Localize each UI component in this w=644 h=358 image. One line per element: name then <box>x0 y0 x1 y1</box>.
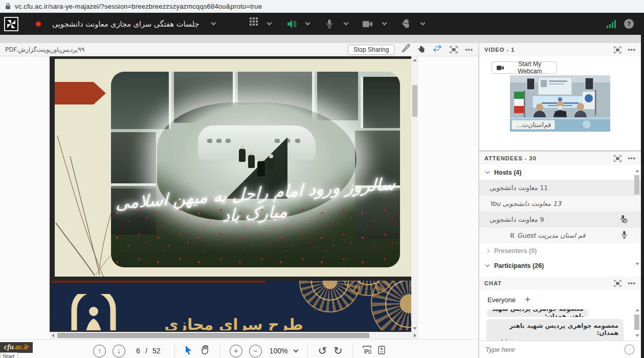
attendee-row[interactable]: دانشجوییمعاونت11 <box>479 180 641 196</box>
figure <box>248 155 255 168</box>
meeting-menu-chevron-icon[interactable] <box>211 20 216 26</box>
video-pod-title: VIDEO - 1 <box>484 47 515 53</box>
pdf-vertical-scrollbar[interactable] <box>411 56 418 332</box>
horizontal-scroll-thumb[interactable] <box>57 333 369 338</box>
pods-chevron-icon[interactable] <box>267 20 272 26</box>
raise-hand-icon[interactable] <box>399 17 413 31</box>
add-chat-tab-icon[interactable]: + <box>525 294 530 305</box>
stop-sharing-button[interactable]: Stop Sharing <box>348 45 394 55</box>
pinwheel-icon <box>6 19 16 29</box>
microphone-icon[interactable] <box>323 17 336 31</box>
scroll-up-icon[interactable] <box>634 167 641 174</box>
scroll-up-icon[interactable] <box>634 306 641 313</box>
webcam-icon[interactable] <box>361 17 374 31</box>
attendee-row-guest[interactable]: (( Guestمدیریتاستانقم <box>479 227 641 243</box>
webcam-video-tile[interactable]: …تاستانقم <box>510 75 610 132</box>
attendee-row-you[interactable]: Youدانشجوییمعاونت13 <box>479 196 641 212</box>
airplane-shape <box>198 125 316 160</box>
pdf-controls-bar: ↑ ↓ 6 / 52 + − 100% <box>0 339 478 358</box>
scroll-down-icon[interactable] <box>411 325 418 332</box>
scroll-down-icon[interactable] <box>634 332 641 339</box>
chat-message-partial: معصومه جواهری پردیس شهید باهنر همدان: <box>486 309 589 317</box>
attendees-pod: ATTENDEES - 30 ••• Hosts (4) دانشجوییمعا… <box>479 152 641 277</box>
chat-input[interactable] <box>485 346 603 353</box>
current-page[interactable]: 6 <box>136 347 140 355</box>
rotate-ccw-button[interactable]: ↺ <box>318 345 327 357</box>
video-pod: VIDEO - 1 ••• Start My Webcam <box>479 43 641 150</box>
slide-photo-collage: سالروز ورود امام راحل به میهن اسلامی مبا… <box>111 72 400 267</box>
microphone-blocked-icon[interactable] <box>619 215 628 225</box>
pods-grid-icon[interactable] <box>247 17 260 31</box>
hosts-group-header[interactable]: Hosts (4) <box>479 165 641 180</box>
attendee-name: Guestمدیریتاستانقم <box>516 231 586 239</box>
hand-chevron-icon[interactable] <box>420 20 425 26</box>
browser-address-bar[interactable]: vc.cfu.ac.ir/sara-ye-majazei/?session=br… <box>0 0 644 13</box>
zoom-in-button[interactable]: + <box>230 345 242 357</box>
attendee-name: دانشجوییمعاونت9 <box>488 216 545 223</box>
speaker-chevron-icon[interactable] <box>305 20 310 26</box>
attendees-pod-menu-icon[interactable]: ••• <box>628 155 636 162</box>
scroll-right-icon[interactable] <box>414 333 416 338</box>
shared-document-title: PDF.گزارشپاورپوینتپردیس۹۹ <box>5 46 84 53</box>
attendees-fullscreen-icon[interactable] <box>614 155 621 162</box>
pod-menu-icon[interactable]: ••• <box>465 46 473 53</box>
participants-group-header[interactable]: Participants (26) <box>479 258 641 273</box>
attendee-name: Youدانشجوییمعاونت13 <box>488 200 562 207</box>
chat-pod-menu-icon[interactable]: ••• <box>628 280 636 287</box>
previous-page-button[interactable]: ↑ <box>93 345 106 357</box>
video-fullscreen-icon[interactable] <box>614 47 621 53</box>
cfu-status-badge: cfu.ac.ir <box>0 342 33 353</box>
share-pod-header: PDF.گزارشپاورپوینتپردیس۹۹ Stop Sharing <box>0 43 478 56</box>
scroll-down-icon[interactable] <box>634 260 641 267</box>
help-icon[interactable]: ? <box>624 19 634 29</box>
adobe-connect-logo[interactable] <box>4 17 18 31</box>
page-separator: / <box>145 347 147 355</box>
url-text[interactable]: vc.cfu.ac.ir/sara-ye-majazei/?session=br… <box>15 3 262 10</box>
pointer-icon[interactable] <box>417 44 425 55</box>
chat-pod-title: CHAT <box>484 280 502 286</box>
attendees-pod-title: ATTENDEES - 30 <box>484 155 537 161</box>
send-message-icon[interactable]: ↑ <box>624 344 635 355</box>
microphone-chevron-icon[interactable] <box>343 20 348 26</box>
rotate-cw-button[interactable]: ↻ <box>334 345 343 357</box>
attendees-scroll-thumb[interactable] <box>634 175 639 195</box>
chat-scrollbar[interactable] <box>634 306 640 339</box>
sidebar: VIDEO - 1 ••• Start My Webcam <box>478 43 641 358</box>
pdf-canvas: سالروز ورود امام راحل به میهن اسلامی مبا… <box>50 56 418 332</box>
figure <box>268 158 274 171</box>
vertical-scroll-thumb[interactable] <box>412 85 417 117</box>
scroll-left-icon[interactable] <box>52 333 54 338</box>
status-start-tooltip: Start <box>0 352 18 358</box>
pdf-horizontal-scrollbar[interactable] <box>50 332 418 339</box>
hand-tool-icon[interactable] <box>201 345 210 357</box>
zoom-chevron-icon[interactable] <box>294 347 299 352</box>
attendee-row[interactable]: دانشجوییمعاونت9 <box>479 212 641 227</box>
webcam-chevron-icon[interactable] <box>382 20 387 26</box>
chat-tab-everyone[interactable]: Everyone <box>487 296 516 304</box>
meeting-toolbar: جلسات هفتگی سرای مجازی معاونت دانشجویی <box>0 13 644 35</box>
connection-signal-icon[interactable] <box>607 20 616 28</box>
draw-icon[interactable] <box>402 44 410 55</box>
video-pod-menu-icon[interactable]: ••• <box>628 46 636 53</box>
presenters-group-header[interactable]: Presenters (0) <box>479 243 641 258</box>
fit-width-icon[interactable] <box>363 346 371 356</box>
slide2-red-bar <box>51 281 265 283</box>
zoom-out-button[interactable]: − <box>249 345 262 357</box>
start-webcam-button[interactable]: Start My Webcam <box>492 61 557 74</box>
select-tool-icon[interactable] <box>185 345 192 357</box>
speaker-icon[interactable] <box>285 17 299 31</box>
chevron-down-icon <box>485 263 490 267</box>
sync-icon[interactable] <box>432 45 442 54</box>
attendees-scrollbar[interactable] <box>634 167 640 267</box>
pdf-viewer: سالروز ورود امام راحل به میهن اسلامی مبا… <box>0 56 478 358</box>
fullscreen-icon[interactable] <box>450 46 458 53</box>
chat-scroll-thumb[interactable] <box>634 314 639 330</box>
scroll-up-icon[interactable] <box>411 56 418 64</box>
zoom-level[interactable]: 100% <box>270 347 288 355</box>
fit-page-icon[interactable] <box>378 346 385 356</box>
microphone-on-icon[interactable] <box>621 230 628 241</box>
next-page-button[interactable]: ↓ <box>113 345 125 357</box>
chevron-right-icon <box>485 248 490 252</box>
window-edge <box>641 35 644 358</box>
chat-fullscreen-icon[interactable] <box>614 280 621 287</box>
